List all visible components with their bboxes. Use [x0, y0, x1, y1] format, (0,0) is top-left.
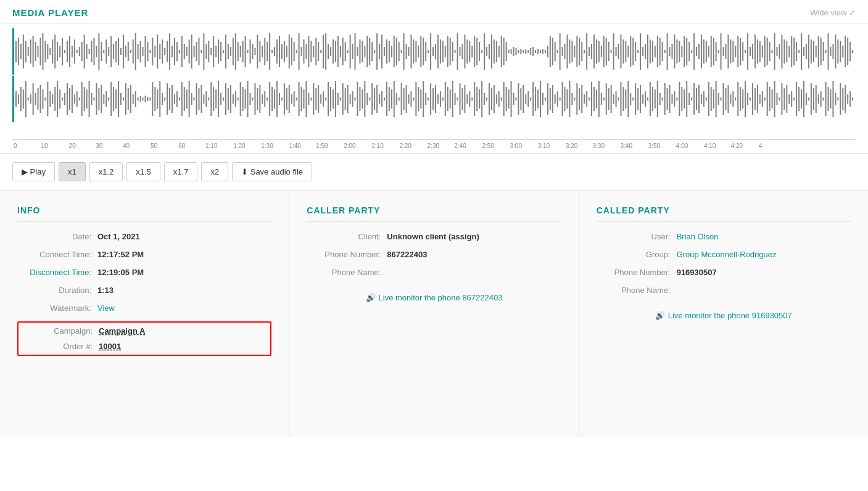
- svg-rect-384: [113, 87, 114, 111]
- svg-rect-263: [657, 36, 658, 67]
- svg-rect-267: [667, 33, 668, 70]
- svg-rect-283: [706, 41, 707, 62]
- order-label: Order #:: [19, 342, 99, 351]
- svg-rect-221: [555, 42, 556, 61]
- svg-rect-638: [732, 91, 734, 107]
- svg-rect-600: [640, 85, 641, 113]
- svg-rect-344: [15, 91, 17, 107]
- svg-rect-271: [676, 39, 677, 64]
- svg-rect-240: [601, 46, 602, 57]
- svg-rect-142: [362, 41, 363, 62]
- svg-rect-391: [130, 85, 131, 113]
- save-audio-button[interactable]: ⬇ Save audio file: [232, 162, 312, 181]
- called-group-value[interactable]: Group Mcconnell-Rodriguez: [677, 250, 777, 259]
- svg-rect-102: [264, 38, 265, 65]
- svg-rect-677: [828, 87, 829, 111]
- svg-rect-341: [847, 38, 848, 65]
- campaign-row: Campaign: Campaign A: [19, 326, 270, 336]
- campaign-value[interactable]: Campaign A: [99, 326, 145, 336]
- svg-rect-462: [304, 89, 305, 109]
- svg-rect-1: [18, 38, 19, 65]
- svg-rect-39: [110, 36, 112, 67]
- svg-rect-252: [630, 36, 631, 67]
- caller-party-panel: CALLER PARTY Client: Unknown client (ass…: [289, 191, 579, 437]
- svg-rect-24: [74, 39, 75, 64]
- svg-rect-651: [764, 97, 766, 101]
- svg-rect-119: [305, 44, 307, 59]
- svg-rect-118: [304, 39, 305, 64]
- svg-rect-580: [591, 82, 592, 116]
- svg-rect-621: [691, 97, 692, 101]
- svg-rect-64: [172, 46, 173, 57]
- svg-rect-21: [67, 41, 68, 62]
- svg-rect-74: [196, 42, 197, 61]
- speed-x2-button[interactable]: x2: [201, 162, 228, 181]
- called-phone-row: Phone Number: 916930507: [597, 268, 851, 277]
- svg-rect-276: [688, 42, 690, 61]
- svg-rect-286: [713, 38, 714, 65]
- svg-rect-667: [803, 81, 804, 117]
- info-panel: INFO Date: Oct 1, 2021 Connect Time: 12:…: [0, 191, 289, 437]
- svg-rect-516: [435, 85, 436, 113]
- svg-rect-205: [515, 48, 516, 55]
- svg-rect-22: [69, 36, 70, 67]
- svg-rect-587: [608, 88, 610, 110]
- svg-rect-308: [767, 38, 768, 65]
- svg-rect-181: [457, 33, 458, 70]
- speed-x15-button[interactable]: x1.5: [126, 162, 160, 181]
- svg-rect-469: [320, 94, 321, 104]
- svg-rect-579: [589, 97, 590, 101]
- called-live-monitor-link[interactable]: 🔊 Live monitor the phone 916930507: [655, 311, 792, 320]
- svg-rect-395: [140, 96, 141, 102]
- svg-rect-488: [366, 93, 368, 105]
- svg-rect-309: [769, 42, 771, 61]
- caller-live-monitor-link[interactable]: 🔊 Live monitor the phone 867222403: [366, 293, 503, 302]
- waveform-display[interactable]: [12, 28, 856, 139]
- called-user-value[interactable]: Brian Olson: [677, 232, 719, 241]
- svg-rect-143: [364, 46, 365, 57]
- caller-phone-value: 867222403: [387, 250, 427, 259]
- speed-x1-button[interactable]: x1: [59, 162, 86, 181]
- svg-rect-553: [525, 94, 526, 104]
- svg-rect-543: [501, 97, 502, 101]
- svg-rect-255: [637, 50, 639, 53]
- svg-rect-15: [52, 39, 53, 64]
- svg-rect-165: [418, 46, 419, 57]
- svg-rect-349: [28, 97, 29, 101]
- svg-rect-85: [223, 50, 224, 53]
- svg-rect-282: [703, 39, 705, 64]
- svg-rect-467: [315, 88, 316, 110]
- svg-rect-592: [620, 82, 621, 116]
- svg-rect-596: [630, 93, 631, 105]
- svg-rect-496: [386, 82, 387, 116]
- watermark-view-link[interactable]: View: [97, 303, 115, 313]
- svg-rect-507: [413, 97, 414, 101]
- svg-rect-174: [440, 39, 441, 64]
- svg-rect-229: [574, 46, 575, 57]
- svg-rect-495: [384, 97, 385, 101]
- play-button[interactable]: ▶ Play: [12, 162, 55, 181]
- svg-rect-472: [328, 82, 329, 116]
- svg-rect-664: [796, 82, 797, 116]
- svg-rect-448: [269, 82, 270, 116]
- svg-rect-103: [267, 42, 268, 61]
- called-group-row: Group: Group Mcconnell-Rodriguez: [597, 250, 851, 259]
- svg-rect-554: [527, 91, 529, 107]
- svg-rect-609: [662, 97, 663, 101]
- svg-rect-422: [205, 91, 207, 107]
- speed-x17-button[interactable]: x1.7: [164, 162, 198, 181]
- svg-rect-627: [706, 97, 707, 101]
- caller-assign-link[interactable]: assign: [451, 232, 476, 241]
- svg-rect-70: [186, 47, 188, 56]
- svg-rect-463: [305, 81, 307, 117]
- svg-rect-72: [191, 35, 192, 68]
- svg-rect-682: [840, 83, 841, 115]
- svg-rect-396: [143, 97, 144, 101]
- connect-time-label: Connect Time:: [17, 250, 97, 259]
- svg-rect-213: [535, 50, 536, 53]
- disconnect-time-row: Disconnect Time: 12:19:05 PM: [17, 268, 271, 277]
- svg-rect-617: [681, 87, 682, 111]
- speed-x12-button[interactable]: x1.2: [89, 162, 123, 181]
- wide-view-button[interactable]: Wide view ⤢: [810, 8, 856, 17]
- svg-rect-385: [115, 89, 117, 109]
